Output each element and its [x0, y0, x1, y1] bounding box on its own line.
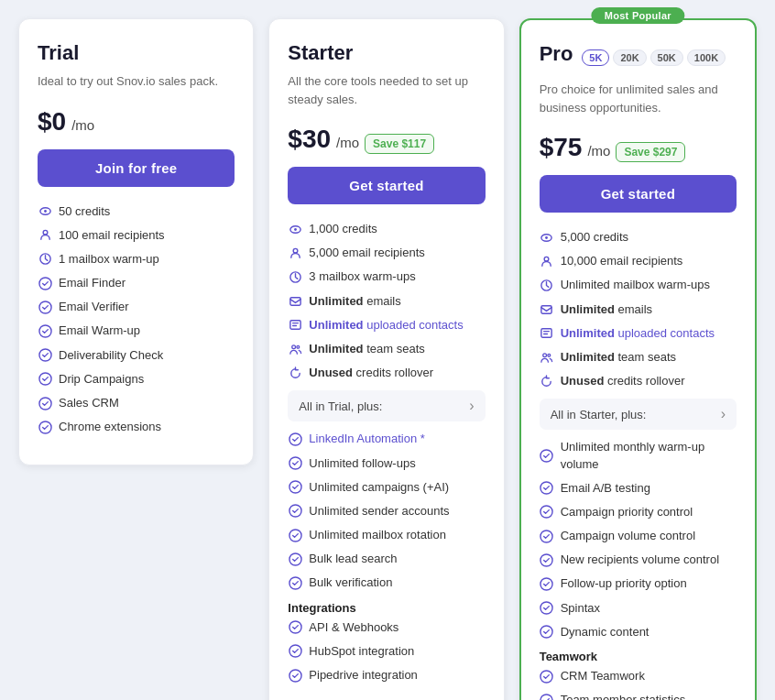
warmup-icon	[288, 269, 302, 284]
extra-feature-item: Unlimited sender accounts	[288, 503, 485, 520]
section-divider[interactable]: All in Trial, plus: ›	[288, 390, 485, 421]
feature-text: Email A/B testing	[561, 480, 650, 497]
tier-tabs: 5K20K50K100K	[582, 49, 726, 66]
person-icon	[288, 246, 302, 260]
chevron-right-icon: ›	[469, 398, 474, 414]
mailbox-warmups-item: 1 mailbox warm-up	[38, 251, 235, 268]
svg-point-17	[292, 345, 296, 348]
teamwork-text: Team member statistics	[561, 692, 686, 700]
eye-icon	[38, 204, 52, 219]
check-icon	[540, 601, 554, 616]
feature-text: Email Verifier	[59, 299, 129, 315]
integration-item: API & Webhooks	[288, 619, 485, 636]
mailbox-warmups-item: Unlimited mailbox warm-ups	[540, 277, 737, 293]
svg-point-1	[44, 210, 47, 213]
feature-text: Email Finder	[59, 275, 126, 291]
check-icon	[540, 481, 554, 496]
feature-text: Campaign priority control	[561, 504, 693, 520]
teamwork-label: Teamwork	[540, 650, 737, 663]
plan-name: Starter	[288, 41, 485, 65]
credits-text: 1,000 credits	[309, 221, 377, 237]
check-icon	[540, 625, 554, 640]
highlight-feature-item: Unlimited uploaded contacts	[288, 317, 485, 334]
check-icon	[540, 529, 554, 543]
extra-feature-item: Unlimited campaigns (+AI)	[288, 479, 485, 496]
cta-button[interactable]: Get started	[540, 175, 737, 213]
core-stats-list: 50 credits 100 email recipients 1 mailbo…	[38, 203, 235, 268]
mailbox-warmups-text: 1 mailbox warm-up	[59, 251, 159, 268]
svg-point-36	[548, 354, 551, 356]
check-icon	[288, 552, 302, 566]
feature-icon-1	[288, 318, 302, 333]
feature-item: Email Finder	[38, 275, 235, 291]
feature-link[interactable]: LinkedIn Automation *	[309, 431, 424, 447]
svg-point-13	[293, 248, 298, 253]
save-badge: Save $117	[365, 134, 434, 154]
check-icon	[288, 480, 302, 495]
section-label: All in Trial, plus:	[299, 399, 382, 413]
email-recipients-text: 5,000 email recipients	[309, 245, 424, 261]
cta-button[interactable]: Join for free	[38, 149, 235, 187]
tier-tab-5K[interactable]: 5K	[582, 49, 609, 66]
credits-item: 1,000 credits	[288, 221, 485, 237]
feature-icon-2	[540, 350, 554, 365]
feature-icon-0	[288, 294, 302, 309]
extra-feature-item: Campaign priority control	[540, 504, 737, 520]
plan-card-trial: TrialIdeal to try out Snov.io sales pack…	[18, 18, 254, 465]
save-badge: Save $297	[616, 142, 685, 162]
tier-tab-100K[interactable]: 100K	[687, 49, 726, 66]
email-recipients-text: 10,000 email recipients	[561, 253, 683, 269]
teamwork-item: Team member statistics	[540, 692, 737, 700]
feature-text: Unlimited team seats	[561, 349, 676, 366]
plan-name: Pro	[540, 42, 573, 66]
mailbox-warmups-item: 3 mailbox warm-ups	[288, 268, 485, 285]
highlight-features-list: Unlimited emails Unlimited uploaded cont…	[540, 301, 737, 390]
feature-text: Unused credits rollover	[561, 373, 685, 389]
feature-text: Unlimited emails	[309, 293, 400, 310]
integrations-label: Integrations	[288, 601, 485, 615]
highlight-feature-item: Unlimited team seats	[288, 341, 485, 357]
mailbox-warmups-text: Unlimited mailbox warm-ups	[561, 277, 710, 293]
cta-button[interactable]: Get started	[288, 167, 485, 204]
extra-feature-item: LinkedIn Automation *	[288, 431, 485, 447]
plan-desc: All the core tools needed to set up stea…	[288, 72, 485, 108]
svg-rect-34	[541, 329, 551, 337]
svg-point-31	[544, 257, 549, 261]
check-icon	[288, 528, 302, 542]
extra-feature-item: Dynamic content	[540, 624, 737, 640]
check-icon	[540, 693, 554, 700]
highlight-feature-item: Unlimited emails	[288, 293, 485, 310]
feature-link[interactable]: Unlimited uploaded contacts	[561, 325, 715, 342]
feature-text: Bulk lead search	[309, 551, 397, 567]
plan-price: $75/moSave $297	[540, 133, 737, 162]
feature-text: Unlimited team seats	[309, 341, 424, 357]
check-icon	[38, 300, 52, 314]
tier-tab-20K[interactable]: 20K	[613, 49, 646, 66]
teamwork-text: CRM Teamwork	[561, 668, 645, 684]
tier-tab-50K[interactable]: 50K	[650, 49, 683, 66]
price-amount: $75	[540, 133, 583, 162]
plan-desc: Pro choice for unlimited sales and busin…	[540, 81, 737, 116]
highlight-feature-item: Unused credits rollover	[540, 373, 737, 389]
chevron-right-icon: ›	[721, 406, 726, 422]
svg-point-2	[43, 231, 48, 235]
feature-text: Chrome extensions	[59, 419, 161, 435]
svg-rect-33	[541, 306, 551, 313]
core-features-list: Email Finder Email Verifier Email Warm-u…	[38, 275, 235, 435]
credits-item: 50 credits	[38, 203, 235, 220]
feature-text: Spintax	[561, 600, 600, 617]
check-icon	[38, 324, 52, 339]
section-divider[interactable]: All in Starter, plus: ›	[540, 399, 737, 430]
eye-icon	[288, 222, 302, 236]
feature-text: Deliverability Check	[59, 347, 163, 364]
extra-feature-item: Email A/B testing	[540, 480, 737, 497]
feature-text: Drip Campaigns	[59, 371, 144, 388]
feature-link[interactable]: Unlimited uploaded contacts	[309, 317, 463, 334]
feature-text: Dynamic content	[561, 624, 649, 640]
mailbox-warmups-text: 3 mailbox warm-ups	[309, 268, 415, 285]
extra-feature-item: Campaign volume control	[540, 528, 737, 544]
check-icon	[288, 432, 302, 446]
feature-text: New recipients volume control	[561, 552, 719, 568]
extra-feature-item: Follow-up priority option	[540, 575, 737, 592]
extra-feature-item: Bulk lead search	[288, 551, 485, 567]
